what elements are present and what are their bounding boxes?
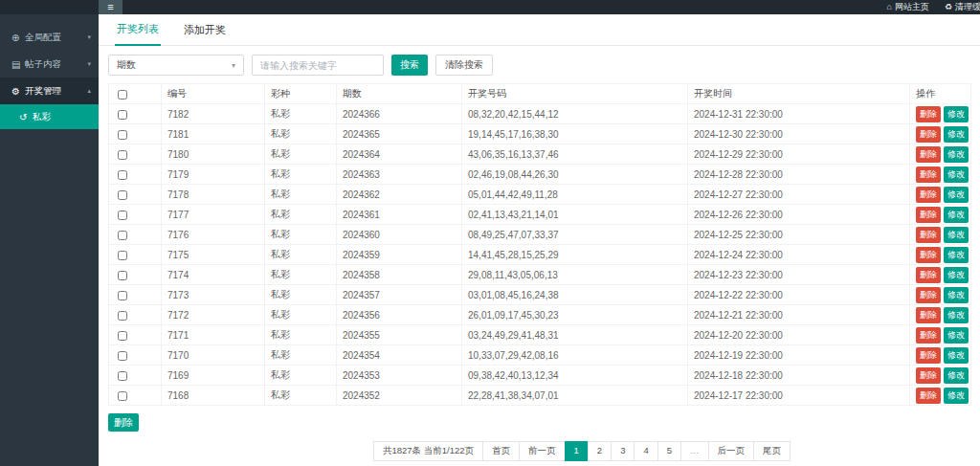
row-checkbox[interactable] [118, 150, 127, 160]
row-issue: 2024358 [337, 265, 462, 285]
delete-button[interactable]: 删除 [916, 106, 941, 122]
row-draw-time: 2024-12-23 22:30:00 [688, 265, 910, 285]
row-checkbox[interactable] [118, 110, 127, 120]
pager-last[interactable]: 尾页 [753, 441, 791, 461]
batch-delete-button[interactable]: 删除 [108, 413, 139, 432]
row-actions: 删除修改 [910, 185, 971, 205]
row-checkbox[interactable] [118, 351, 127, 361]
delete-button[interactable]: 删除 [916, 247, 941, 263]
sidebar-item-2[interactable]: ⚙开奖管理▴ [0, 78, 99, 104]
delete-button[interactable]: 删除 [916, 187, 941, 203]
edit-button[interactable]: 修改 [944, 106, 969, 122]
edit-button[interactable]: 修改 [944, 207, 969, 223]
row-checkbox[interactable] [118, 271, 127, 280]
row-lottery-type: 私彩 [265, 144, 337, 165]
row-lottery-type: 私彩 [265, 104, 337, 124]
clear-cache-link[interactable]: ♻清理缓存 [945, 0, 980, 14]
delete-button[interactable]: 删除 [916, 327, 941, 344]
delete-button[interactable]: 删除 [916, 267, 941, 283]
search-button[interactable]: 搜索 [391, 55, 428, 76]
row-actions: 删除修改 [910, 104, 971, 124]
row-checkbox[interactable] [118, 170, 127, 180]
edit-button[interactable]: 修改 [944, 187, 969, 203]
pager-page-4[interactable]: 4 [634, 441, 657, 461]
row-checkbox-cell [109, 225, 162, 245]
edit-button[interactable]: 修改 [944, 327, 969, 344]
edit-button[interactable]: 修改 [944, 126, 969, 143]
delete-button[interactable]: 删除 [916, 307, 941, 323]
edit-button[interactable]: 修改 [944, 166, 969, 183]
delete-button[interactable]: 删除 [916, 166, 941, 183]
row-draw-time: 2024-12-19 22:30:00 [688, 345, 910, 366]
search-input[interactable] [252, 55, 384, 76]
delete-button[interactable]: 删除 [916, 126, 941, 143]
row-checkbox-cell [109, 245, 162, 265]
edit-button[interactable]: 修改 [944, 347, 969, 364]
pager-page-1[interactable]: 1 [565, 441, 589, 461]
delete-button[interactable]: 删除 [916, 388, 941, 404]
delete-button[interactable]: 删除 [916, 146, 941, 163]
row-lottery-type: 私彩 [265, 325, 337, 345]
edit-button[interactable]: 修改 [944, 287, 969, 303]
delete-button[interactable]: 删除 [916, 207, 941, 223]
edit-button[interactable]: 修改 [944, 367, 969, 384]
tab-draw-list[interactable]: 开奖列表 [115, 22, 161, 46]
row-checkbox[interactable] [118, 371, 127, 381]
pager-page-2[interactable]: 2 [588, 441, 612, 461]
sidebar-item-0[interactable]: ⊕全局配置▾ [0, 24, 99, 51]
row-checkbox[interactable] [118, 331, 127, 341]
sidebar-item-1[interactable]: ▤帖子内容▾ [0, 51, 99, 78]
row-lottery-type: 私彩 [265, 245, 337, 265]
tab-add-draw[interactable]: 添加开奖 [182, 23, 228, 45]
row-id: 7175 [162, 245, 265, 265]
edit-button[interactable]: 修改 [944, 146, 969, 163]
edit-button[interactable]: 修改 [944, 267, 969, 283]
pager-next[interactable]: 后一页 [708, 441, 755, 461]
pager-first[interactable]: 首页 [482, 441, 520, 461]
pager-prev[interactable]: 前一页 [519, 441, 566, 461]
row-id: 7174 [162, 265, 265, 285]
row-issue: 2024357 [337, 285, 462, 305]
row-issue: 2024366 [337, 104, 462, 124]
row-checkbox-cell [109, 386, 162, 406]
pager-page-5[interactable]: 5 [657, 441, 681, 461]
delete-button[interactable]: 删除 [916, 287, 941, 303]
pager-page-3[interactable]: 3 [611, 441, 635, 461]
row-checkbox[interactable] [118, 211, 127, 220]
hamburger-icon[interactable]: ≡ [99, 0, 122, 14]
field-select[interactable]: 期数 ▾ [108, 55, 244, 76]
edit-button[interactable]: 修改 [944, 307, 969, 323]
chevron-down-icon: ▾ [232, 61, 235, 70]
delete-button[interactable]: 删除 [916, 227, 941, 243]
row-draw-time: 2024-12-26 22:30:00 [688, 205, 910, 225]
select-all-checkbox[interactable] [118, 90, 127, 100]
edit-button[interactable]: 修改 [944, 247, 969, 263]
row-draw-time: 2024-12-27 22:30:00 [688, 185, 910, 205]
sidebar-submenu: ↺私彩 [0, 104, 99, 129]
row-id: 7182 [162, 104, 265, 124]
home-link[interactable]: ⌂网站主页 [886, 0, 928, 14]
table-row: 7179私彩202436302,46,19,08,44,26,302024-12… [109, 165, 971, 185]
edit-button[interactable]: 修改 [944, 388, 969, 404]
row-id: 7179 [162, 165, 265, 185]
row-checkbox[interactable] [118, 190, 127, 200]
row-id: 7171 [162, 325, 265, 345]
row-numbers: 09,38,42,40,13,12,34 [462, 366, 688, 386]
row-id: 7170 [162, 345, 265, 366]
row-lottery-type: 私彩 [265, 185, 337, 205]
row-lottery-type: 私彩 [265, 285, 337, 305]
clear-search-button[interactable]: 清除搜索 [435, 55, 493, 76]
row-checkbox[interactable] [118, 130, 127, 140]
topbar-links: ⌂网站主页♻清理缓存 [886, 0, 980, 14]
delete-button[interactable]: 删除 [916, 367, 941, 384]
delete-button[interactable]: 删除 [916, 347, 941, 364]
row-checkbox[interactable] [118, 391, 127, 401]
row-checkbox[interactable] [118, 291, 127, 300]
row-checkbox[interactable] [118, 231, 127, 240]
sidebar-subitem-0[interactable]: ↺私彩 [0, 104, 99, 129]
chevron-up-icon: ▴ [87, 87, 91, 95]
row-checkbox[interactable] [118, 251, 127, 260]
edit-button[interactable]: 修改 [944, 227, 969, 243]
row-id: 7181 [162, 124, 265, 144]
row-checkbox[interactable] [118, 311, 127, 321]
